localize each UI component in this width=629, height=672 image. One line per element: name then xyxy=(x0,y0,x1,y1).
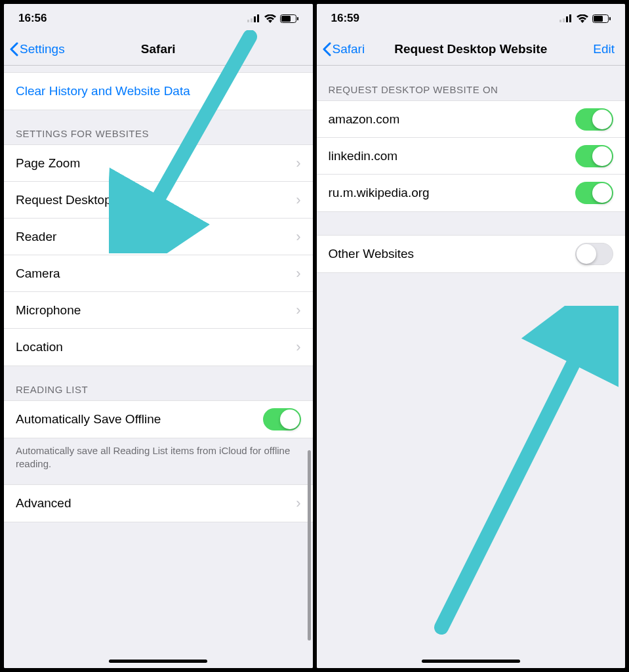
scroll-indicator[interactable] xyxy=(308,450,311,640)
svg-rect-2 xyxy=(254,16,256,22)
status-indicators xyxy=(559,14,611,23)
nav-bar: Settings Safari xyxy=(4,33,313,66)
auto-save-toggle[interactable] xyxy=(263,408,301,430)
cellular-icon xyxy=(247,14,260,22)
svg-rect-9 xyxy=(559,20,561,22)
chevron-right-icon: › xyxy=(296,192,300,209)
chevron-right-icon: › xyxy=(296,495,300,512)
svg-rect-6 xyxy=(297,17,298,20)
chevron-right-icon: › xyxy=(296,228,300,245)
site-row-wikipedia[interactable]: ru.m.wikipedia.org xyxy=(317,175,626,211)
back-label: Settings xyxy=(20,42,65,56)
other-websites-toggle[interactable] xyxy=(575,243,613,265)
site-toggle[interactable] xyxy=(575,145,613,167)
section-header-websites: SETTINGS FOR WEBSITES xyxy=(4,110,313,144)
chevron-right-icon: › xyxy=(296,302,300,319)
site-row-linkedin[interactable]: linkedin.com xyxy=(317,138,626,175)
battery-icon xyxy=(280,14,298,23)
chevron-right-icon: › xyxy=(296,155,300,172)
nav-title: Safari xyxy=(141,42,176,56)
nav-title: Request Desktop Website xyxy=(394,42,547,56)
site-toggle[interactable] xyxy=(575,108,613,131)
microphone-cell[interactable]: Microphone › xyxy=(4,292,313,329)
other-websites-cell[interactable]: Other Websites xyxy=(317,236,626,272)
status-time: 16:59 xyxy=(331,12,359,25)
back-button[interactable]: Settings xyxy=(9,42,65,56)
home-indicator[interactable] xyxy=(109,660,207,663)
site-row-amazon[interactable]: amazon.com xyxy=(317,101,626,138)
phone-right-request-desktop: 16:59 Safari Request Desktop Website Edi… xyxy=(317,4,626,668)
status-bar: 16:56 xyxy=(4,4,313,33)
wifi-icon xyxy=(264,14,276,23)
desktop-content[interactable]: REQUEST DESKTOP WEBSITE ON amazon.com li… xyxy=(317,66,626,668)
svg-rect-10 xyxy=(563,18,565,22)
location-cell[interactable]: Location › xyxy=(4,329,313,366)
svg-rect-12 xyxy=(569,14,571,22)
svg-rect-3 xyxy=(257,14,259,22)
site-toggle[interactable] xyxy=(575,182,613,204)
site-domain: linkedin.com xyxy=(329,149,398,163)
microphone-label: Microphone xyxy=(16,303,81,318)
reader-cell[interactable]: Reader › xyxy=(4,219,313,255)
svg-rect-5 xyxy=(281,16,291,22)
svg-rect-11 xyxy=(566,16,568,22)
section-header-reading: READING LIST xyxy=(4,366,313,400)
home-indicator[interactable] xyxy=(422,660,520,663)
svg-rect-15 xyxy=(609,17,611,20)
back-label: Safari xyxy=(333,42,365,56)
page-zoom-label: Page Zoom xyxy=(16,156,80,171)
camera-cell[interactable]: Camera › xyxy=(4,255,313,292)
location-label: Location xyxy=(16,340,63,354)
cellular-icon xyxy=(559,14,573,22)
auto-save-offline-cell[interactable]: Automatically Save Offline xyxy=(4,401,313,438)
clear-history-cell[interactable]: Clear History and Website Data xyxy=(4,73,313,110)
site-domain: amazon.com xyxy=(329,112,400,127)
chevron-left-icon xyxy=(322,42,331,56)
chevron-left-icon xyxy=(9,42,18,56)
auto-save-footer: Automatically save all Reading List item… xyxy=(4,438,313,484)
other-websites-label: Other Websites xyxy=(329,247,415,261)
phone-left-safari-settings: 16:56 Settings Safari Clear History and … xyxy=(4,4,313,668)
status-time: 16:56 xyxy=(18,12,47,25)
advanced-cell[interactable]: Advanced › xyxy=(4,485,313,522)
back-button[interactable]: Safari xyxy=(322,42,365,56)
chevron-right-icon: › xyxy=(296,339,300,356)
wifi-icon xyxy=(577,14,588,23)
chevron-right-icon: › xyxy=(296,265,300,282)
svg-rect-1 xyxy=(251,18,253,22)
auto-save-label: Automatically Save Offline xyxy=(16,412,161,427)
svg-rect-0 xyxy=(247,20,249,22)
page-zoom-cell[interactable]: Page Zoom › xyxy=(4,145,313,182)
section-header-on: REQUEST DESKTOP WEBSITE ON xyxy=(317,66,626,100)
settings-content[interactable]: Clear History and Website Data SETTINGS … xyxy=(4,66,313,668)
nav-bar: Safari Request Desktop Website Edit xyxy=(317,33,626,66)
status-bar: 16:59 xyxy=(317,4,626,33)
battery-icon xyxy=(592,14,611,23)
edit-button[interactable]: Edit xyxy=(593,42,615,56)
request-desktop-cell[interactable]: Request Desktop Website › xyxy=(4,182,313,219)
clear-history-label: Clear History and Website Data xyxy=(16,84,190,98)
advanced-label: Advanced xyxy=(16,496,71,511)
reader-label: Reader xyxy=(16,230,56,244)
svg-rect-14 xyxy=(594,16,603,22)
site-domain: ru.m.wikipedia.org xyxy=(329,186,430,200)
request-desktop-label: Request Desktop Website xyxy=(16,193,159,207)
status-indicators xyxy=(247,14,298,23)
camera-label: Camera xyxy=(16,266,60,281)
